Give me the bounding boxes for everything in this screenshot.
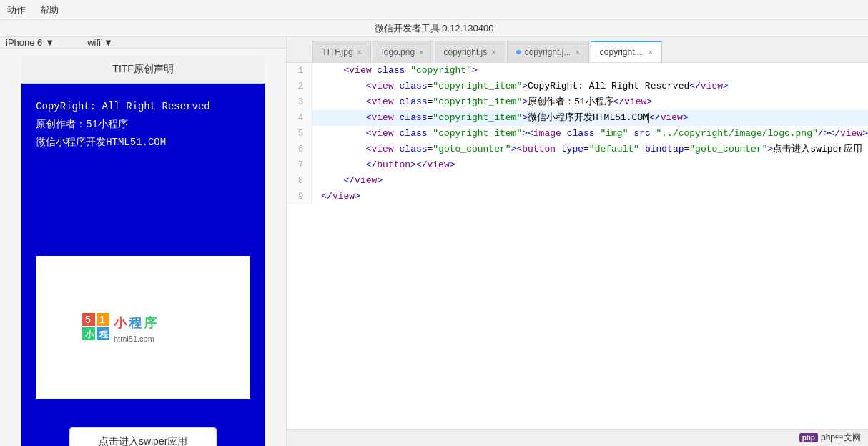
svg-text:5: 5 (85, 314, 91, 325)
title-bar: 微信开发者工具 0.12.130400 (0, 20, 868, 37)
device-chevron-icon: ▼ (45, 37, 54, 48)
tab-titf-close-icon[interactable]: × (357, 48, 362, 56)
phone-screen: TITF原创声明 CopyRight: All Right Reserved 原… (0, 49, 286, 446)
line-number-9: 9 (287, 189, 312, 204)
device-name: iPhone 6 (6, 37, 42, 48)
line-number-6: 6 (287, 142, 312, 157)
line-content-6: <view class="goto_counter"><button type=… (312, 142, 868, 157)
code-line-7: 7 </button></view> (287, 157, 868, 173)
phone-title: TITF原创声明 (112, 63, 174, 74)
svg-text:程: 程 (128, 316, 142, 330)
line-number-8: 8 (287, 173, 312, 189)
line-content-1: <view class="copyright"> (312, 63, 868, 79)
svg-text:html51.com: html51.com (114, 334, 154, 343)
line-content-9: </view> (312, 189, 868, 204)
line-content-4: <view class="copyright_item">微信小程序开发HTML… (312, 110, 868, 126)
tab-titf-label: TITF.jpg (322, 47, 352, 57)
code-line-5: 5 <view class="copyright_item"><image cl… (287, 126, 868, 142)
svg-text:小: 小 (113, 316, 127, 330)
php-logo: php php中文网 (799, 432, 861, 444)
code-editor[interactable]: 1 <view class="copyright"> 2 <view class… (287, 63, 868, 429)
phone-header: TITF原创声明 (21, 56, 265, 84)
editor-tabs: TITF.jpg × logo.png × copyright.js × cop… (287, 37, 868, 63)
svg-text:程: 程 (99, 329, 109, 340)
line-number-2: 2 (287, 79, 312, 94)
network-name: wifi (87, 37, 101, 48)
tab-dot-icon (516, 50, 521, 54)
menu-help[interactable]: 帮助 (40, 4, 59, 16)
copyright-line3: 微信小程序开发HTML51.COM (36, 134, 250, 152)
simulator-toolbar: iPhone 6 ▼ wifi ▼ (0, 37, 286, 49)
simulator-panel: iPhone 6 ▼ wifi ▼ TITF原创声明 CopyRight: Al… (0, 37, 287, 446)
tab-copyright-close-icon[interactable]: × (648, 48, 653, 56)
app-title: 微信开发者工具 0.12.130400 (375, 22, 494, 35)
logo-box: 5 1 小 程 小 程 序 html51.com (36, 256, 250, 399)
line-number-7: 7 (287, 157, 312, 173)
editor-panel: TITF.jpg × logo.png × copyright.js × cop… (287, 37, 868, 446)
line-number-5: 5 (287, 126, 312, 142)
line-content-8: </view> (312, 173, 868, 189)
code-line-3: 3 <view class="copyright_item">原创作者：51小程… (287, 94, 868, 110)
btn-area: 点击进入swiper应用 (21, 406, 265, 446)
phone-content: TITF原创声明 CopyRight: All Right Reserved 原… (21, 56, 265, 446)
tab-logo-close-icon[interactable]: × (419, 48, 423, 56)
menu-bar: 动作 帮助 (0, 0, 868, 20)
line-content-3: <view class="copyright_item">原创作者：51小程序<… (312, 94, 868, 110)
line-content-2: <view class="copyright_item">CopyRight: … (312, 79, 868, 94)
code-line-9: 9 </view> (287, 189, 868, 204)
tab-copyright-active[interactable]: copyright.... × (591, 41, 662, 62)
tab-copyrightjs-close-icon[interactable]: × (491, 48, 495, 56)
tab-logo[interactable]: logo.png × (373, 41, 433, 62)
tab-titf[interactable]: TITF.jpg × (312, 41, 371, 62)
svg-text:序: 序 (143, 315, 157, 330)
code-line-4: 4 <view class="copyright_item">微信小程序开发HT… (287, 110, 868, 126)
tab-copyrightjs[interactable]: copyright.js × (435, 41, 505, 62)
code-line-1: 1 <view class="copyright"> (287, 63, 868, 79)
menu-action[interactable]: 动作 (7, 4, 26, 16)
main-content: iPhone 6 ▼ wifi ▼ TITF原创声明 CopyRight: Al… (0, 37, 868, 446)
copyright-line2: 原创作者：51小程序 (36, 116, 250, 134)
line-number-3: 3 (287, 94, 312, 110)
tab-copyrightjs-label: copyright.js (444, 47, 488, 57)
tab-copyrightj2[interactable]: copyright.j... × (507, 41, 589, 62)
tab-copyright-label: copyright.... (600, 47, 644, 57)
php-badge: php (799, 433, 818, 442)
swiper-button[interactable]: 点击进入swiper应用 (69, 427, 217, 446)
code-line-6: 6 <view class="goto_counter"><button typ… (287, 142, 868, 157)
svg-text:小: 小 (84, 329, 94, 340)
line-number-1: 1 (287, 63, 312, 79)
logo-svg: 5 1 小 程 小 程 序 html51.com (82, 306, 204, 349)
code-line-2: 2 <view class="copyright_item">CopyRight… (287, 79, 868, 94)
phone-body: CopyRight: All Right Reserved 原创作者：51小程序… (21, 84, 265, 249)
code-line-8: 8 </view> (287, 173, 868, 189)
device-selector[interactable]: iPhone 6 ▼ (6, 37, 54, 48)
network-chevron-icon: ▼ (104, 37, 113, 48)
tab-copyrightj2-close-icon[interactable]: × (575, 48, 579, 56)
tab-copyrightj2-label: copyright.j... (525, 47, 571, 57)
network-selector[interactable]: wifi ▼ (87, 37, 113, 48)
svg-text:1: 1 (99, 314, 105, 325)
tab-logo-label: logo.png (382, 47, 415, 57)
line-content-7: </button></view> (312, 157, 868, 173)
php-label: php中文网 (821, 432, 861, 444)
line-number-4: 4 (287, 110, 312, 126)
bottom-bar: php php中文网 (287, 429, 868, 446)
copyright-line1: CopyRight: All Right Reserved (36, 98, 250, 116)
line-content-5: <view class="copyright_item"><image clas… (312, 126, 868, 142)
